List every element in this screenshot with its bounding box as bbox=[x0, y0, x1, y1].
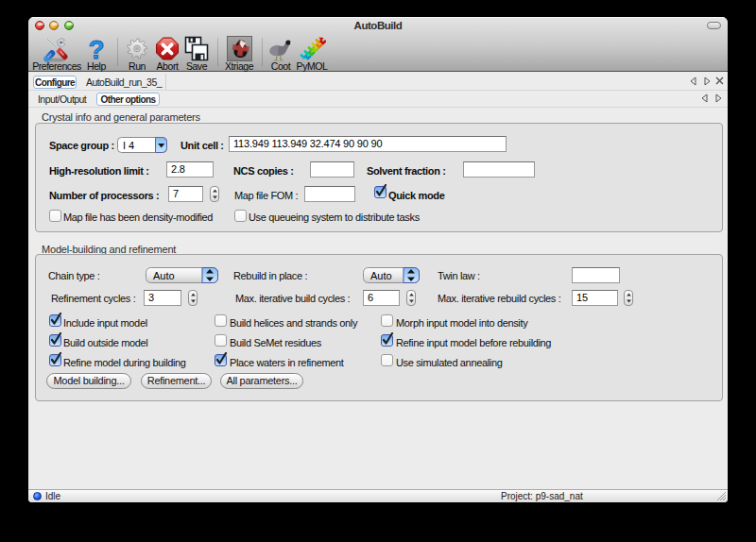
svg-text:Auto: Auto bbox=[153, 270, 175, 281]
svg-text:Auto: Auto bbox=[370, 270, 392, 281]
svg-text:I 4: I 4 bbox=[123, 140, 134, 151]
